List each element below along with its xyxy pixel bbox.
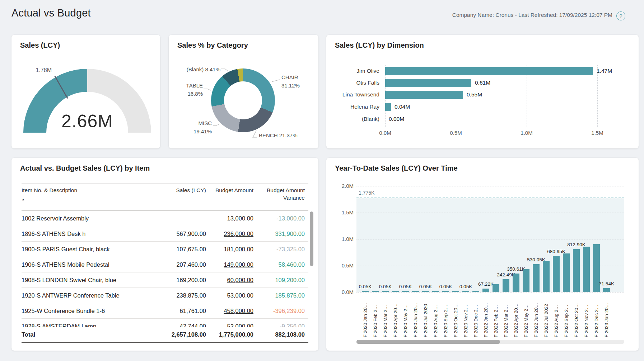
cell-variance: -13,000.00 [253,215,305,222]
ytd-x-axis-labels: F 2020 Jan 20…F 2020 Feb 2…F 2020 Mar 2…… [362,294,610,337]
ytd-bar[interactable] [362,291,369,292]
ytd-x-axis-label: F 2022 Aug 2… [553,294,560,337]
donut-label-misc: MISC 19.41% [186,119,212,136]
ytd-bar[interactable] [472,291,479,292]
help-icon[interactable]: ? [616,11,625,20]
cell-item: 1002 Reservoir Assembly [22,215,156,222]
ytd-bar[interactable] [553,256,560,292]
total-sales: 2,657,108.00 [156,331,206,338]
total-budget[interactable]: 1,775,000.00 [206,331,253,338]
total-label: Total [22,331,156,338]
ytd-bar[interactable] [392,291,399,292]
ytd-x-axis-label: F 2022 Feb 2… [493,294,499,337]
ytd-x-axis-label: F 2020 Sep 2… [442,294,449,337]
table-vertical-scrollbar[interactable] [310,212,313,266]
cell-sales: 207,460.00 [156,261,206,268]
sales-gauge-card: Sales (LCY) 1.78M 2.66M [11,35,160,148]
ytd-bar[interactable] [503,279,509,292]
cell-budget-link[interactable]: 13,000.00 [206,215,253,222]
cell-budget-link[interactable]: 52,000.00 [206,323,253,327]
ytd-horizontal-scrollbar-thumb[interactable] [356,340,500,344]
actual-vs-budget-table-card: Actual vs. Budget Sales (LCY) by Item It… [11,158,318,351]
ytd-bar[interactable] [432,291,439,292]
ytd-bar[interactable] [543,261,550,292]
ytd-bar-slot [493,284,499,292]
ytd-bar[interactable] [573,249,580,292]
dim-axis-tick: 1.5M [586,130,609,136]
ytd-bar-slot [412,291,419,292]
ytd-x-axis-label: F 2020 Oct 20… [452,294,459,337]
table-row[interactable]: 1908-S LONDON Swivel Chair, blue169,200.… [22,272,308,288]
cell-variance: 109,200.00 [253,277,305,284]
ytd-bar[interactable] [412,291,419,292]
table-row[interactable]: 1920-S ANTWERP Conference Table238,875.0… [22,288,308,303]
table-row[interactable]: 1906-S ATHENS Mobile Pedestal207,460.001… [22,257,308,272]
table-row[interactable]: 1002 Reservoir Assembly13,000.00-13,000.… [22,211,308,226]
ytd-bar[interactable] [523,269,529,292]
dim-bar[interactable] [385,67,593,75]
table-header-row[interactable]: Item No. & Description ▲ Sales (LCY) Bud… [22,184,308,211]
ytd-x-axis-label: F 2020 Jan 20… [362,294,369,337]
cell-item: 1896-S ATHENS Desk h [22,231,156,237]
ytd-bar[interactable] [382,291,389,292]
ytd-bar[interactable] [462,291,469,292]
donut-label-bench: BENCH 21.37% [259,132,313,140]
ytd-bar[interactable] [583,247,590,292]
ytd-y-axis-tick: 1.0M [333,236,354,242]
ytd-bar-slot: 0.05K [362,291,369,292]
total-variance: 882,108.00 [253,331,305,338]
donut-label-table: TABLE 16.8% [180,82,203,98]
table-row[interactable]: 1900-S PARIS Guest Chair, black107,675.0… [22,242,308,257]
dim-axis-tick: 1.0M [515,130,538,136]
ytd-bar[interactable] [563,253,570,292]
ytd-bar-value-label: 0.05K [439,284,452,289]
cell-variance: 331,900.00 [253,231,305,237]
ytd-bar-slot: 0.05K [462,291,469,292]
ytd-bar[interactable] [493,284,499,292]
col-item[interactable]: Item No. & Description ▲ [22,187,156,209]
ytd-bar-value-label: 0.05K [399,284,412,289]
ytd-bar-slot [583,247,590,292]
ytd-bar[interactable] [372,291,379,292]
dim-axis-tick: 0.0M [374,130,397,136]
dim-bar[interactable] [385,79,471,87]
ytd-bar[interactable] [603,288,610,292]
ytd-bar[interactable] [533,264,540,292]
ytd-horizontal-scrollbar-track[interactable] [356,340,624,344]
cell-budget-link[interactable]: 149,000.00 [206,261,253,268]
ytd-bar[interactable] [513,274,519,292]
ytd-gridline [356,292,624,293]
ytd-bar-value-label: 0.05K [419,284,432,289]
ytd-bar[interactable] [482,289,489,292]
dim-bar[interactable] [385,91,463,99]
col-budget[interactable]: Budget Amount [206,187,253,209]
ytd-bar[interactable] [422,291,429,292]
cell-item: 1906-S ATHENS Mobile Pedestal [22,261,156,268]
cell-sales: 169,200.00 [156,277,206,284]
col-sales[interactable]: Sales (LCY) [156,187,206,209]
ytd-bar[interactable] [442,291,449,292]
cell-sales: 238,875.00 [156,292,206,299]
cell-sales: 567,900.00 [156,231,206,237]
table-row[interactable]: 1925-W Conference Bundle 1-661,761.00458… [22,303,308,319]
ytd-x-axis-label: F 2022 Sep 2… [563,294,570,337]
cell-budget-link[interactable]: 458,000.00 [206,308,253,314]
ytd-x-axis-label: F 2020 Nov 2… [462,294,469,337]
ytd-bar[interactable] [402,291,409,292]
table-row[interactable]: 1928-S AMSTERDAM Lamp42,744.0052,000.00-… [22,319,308,327]
ytd-y-axis-tick: 2.0M [333,183,354,189]
cell-budget-link[interactable]: 181,000.00 [206,246,253,253]
ytd-bar[interactable] [452,291,459,292]
table-total-row: Total 2,657,108.00 1,775,000.00 882,108.… [22,327,308,343]
cell-budget-link[interactable]: 60,000.00 [206,277,253,284]
table-row[interactable]: 1896-S ATHENS Desk h567,900.00236,000.00… [22,226,308,242]
ytd-x-axis-label: F 2022 Dec 2… [593,294,600,337]
col-variance[interactable]: Budget Amount Variance [253,187,305,209]
gauge-target-label: 1.78M [22,67,52,73]
cell-budget-link[interactable]: 236,000.00 [206,231,253,237]
sort-asc-icon[interactable]: ▲ [22,197,156,201]
dim-bar[interactable] [385,103,391,111]
cell-budget-link[interactable]: 53,000.00 [206,292,253,299]
ytd-bar-slot: 242.49K [503,279,509,292]
ytd-sales-card: Year-To-Date Sales (LCY) Over Time 0.0M0… [326,158,639,351]
